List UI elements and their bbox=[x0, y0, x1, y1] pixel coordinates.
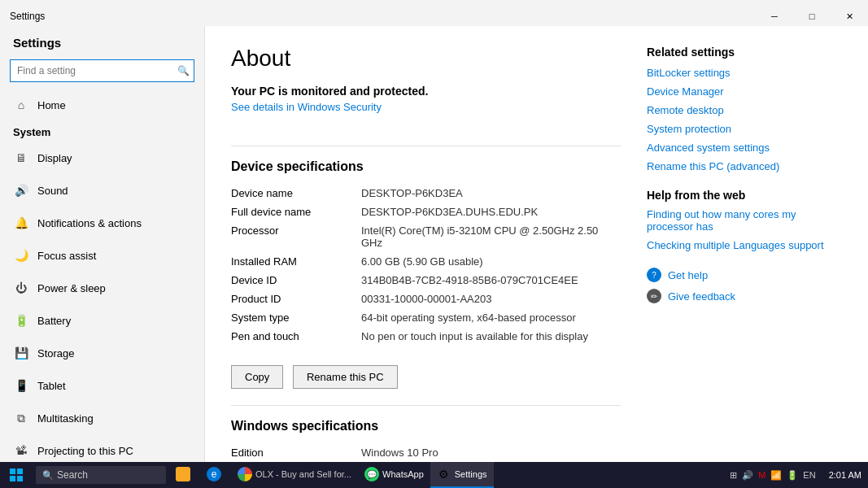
spec-value: Windows 10 Pro bbox=[361, 443, 621, 462]
home-icon: ⌂ bbox=[13, 97, 29, 113]
sidebar-item-label: Notifications & actions bbox=[37, 217, 142, 229]
spec-label: Product ID bbox=[231, 290, 361, 308]
spec-label: Device name bbox=[231, 184, 361, 203]
content-main: About Your PC is monitored and protected… bbox=[231, 46, 621, 442]
sound-icon: 🔊 bbox=[13, 182, 29, 198]
sidebar-item-display[interactable]: 🖥 Display bbox=[0, 142, 204, 174]
spec-label: Pen and touch bbox=[231, 327, 361, 346]
rename-pc-button[interactable]: Rename this PC bbox=[293, 365, 398, 389]
sidebar-item-tablet[interactable]: 📱 Tablet bbox=[0, 369, 204, 402]
sidebar-item-multitasking[interactable]: ⧉ Multitasking bbox=[0, 402, 204, 434]
feedback-section: ? Get help ✏ Give feedback bbox=[647, 268, 842, 303]
tray-network-icon[interactable]: 📶 bbox=[770, 470, 782, 481]
related-settings-link[interactable]: Device Manager bbox=[647, 85, 842, 98]
explorer-icon bbox=[176, 467, 190, 481]
spec-value: 314B0B4B-7CB2-4918-85B6-079C701CE4EE bbox=[361, 271, 621, 290]
tray-mcafee-icon[interactable]: M bbox=[758, 470, 765, 480]
taskbar-app-label: Settings bbox=[455, 469, 487, 479]
chrome-icon bbox=[238, 467, 252, 481]
table-row: ProcessorIntel(R) Core(TM) i5-3210M CPU … bbox=[231, 221, 621, 252]
taskbar-tray: ⊞ 🔊 M 📶 🔋 EN bbox=[723, 470, 822, 481]
sidebar-item-label: Home bbox=[37, 99, 66, 111]
sidebar-item-label: Tablet bbox=[37, 380, 66, 392]
related-settings-link[interactable]: Advanced system settings bbox=[647, 142, 842, 154]
spec-value: DESKTOP-P6KD3EA.DUHS.EDU.PK bbox=[361, 203, 621, 221]
taskbar-app-label: OLX - Buy and Sell for... bbox=[255, 469, 351, 479]
sidebar-item-notifications[interactable]: 🔔 Notifications & actions bbox=[0, 207, 204, 239]
app-body: Settings 🔍 ⌂ Home System 🖥 Display 🔊 Sou… bbox=[0, 26, 868, 462]
table-row: System type64-bit operating system, x64-… bbox=[231, 308, 621, 327]
edge-icon: e bbox=[207, 467, 221, 481]
whatsapp-icon: 💬 bbox=[364, 467, 379, 481]
sidebar: Settings 🔍 ⌂ Home System 🖥 Display 🔊 Sou… bbox=[0, 26, 205, 462]
multitasking-icon: ⧉ bbox=[13, 410, 29, 426]
taskbar-search-icon: 🔍 bbox=[42, 470, 54, 481]
help-title: Help from the web bbox=[647, 189, 842, 202]
taskbar-app-edge[interactable]: e bbox=[200, 462, 231, 488]
tray-lang-icon[interactable]: EN bbox=[803, 470, 815, 480]
related-settings-link[interactable]: Remote desktop bbox=[647, 104, 842, 116]
copy-button[interactable]: Copy bbox=[231, 365, 283, 389]
give-feedback-item[interactable]: ✏ Give feedback bbox=[647, 289, 842, 303]
sidebar-section-system: System bbox=[0, 121, 204, 142]
related-settings-link[interactable]: System protection bbox=[647, 123, 842, 135]
projecting-icon: 📽 bbox=[13, 442, 29, 459]
tablet-icon: 📱 bbox=[13, 377, 29, 394]
windows-logo bbox=[10, 468, 23, 481]
spec-value: 00331-10000-00001-AA203 bbox=[361, 290, 621, 308]
sidebar-search-container: 🔍 bbox=[10, 59, 194, 82]
table-row: EditionWindows 10 Pro bbox=[231, 443, 621, 462]
give-feedback-link[interactable]: Give feedback bbox=[668, 290, 735, 303]
table-row: Device nameDESKTOP-P6KD3EA bbox=[231, 184, 621, 203]
table-row: Full device nameDESKTOP-P6KD3EA.DUHS.EDU… bbox=[231, 203, 621, 221]
taskbar-time[interactable]: 2:01 AM bbox=[822, 470, 868, 480]
pc-status-text: Your PC is monitored and protected. bbox=[231, 85, 621, 98]
start-button[interactable] bbox=[0, 462, 33, 488]
windows-security-link[interactable]: See details in Windows Security bbox=[231, 101, 382, 113]
tray-battery-icon[interactable]: 🔋 bbox=[787, 470, 798, 481]
titlebar: Settings ─ □ ✕ bbox=[0, 0, 868, 26]
table-row: Device ID314B0B4B-7CB2-4918-85B6-079C701… bbox=[231, 271, 621, 290]
taskbar-app-label: WhatsApp bbox=[382, 469, 424, 479]
spec-value: Intel(R) Core(TM) i5-3210M CPU @ 2.50GHz… bbox=[361, 221, 621, 252]
related-settings-link[interactable]: Rename this PC (advanced) bbox=[647, 160, 842, 172]
display-icon: 🖥 bbox=[13, 150, 29, 166]
search-icon: 🔍 bbox=[177, 65, 190, 76]
main-content: About Your PC is monitored and protected… bbox=[205, 26, 868, 462]
sidebar-item-label: Projecting to this PC bbox=[37, 445, 133, 457]
spec-value: 64-bit operating system, x64-based proce… bbox=[361, 308, 621, 327]
sidebar-item-focus[interactable]: 🌙 Focus assist bbox=[0, 239, 204, 272]
related-settings-link[interactable]: BitLocker settings bbox=[647, 67, 842, 79]
spec-label: Device ID bbox=[231, 271, 361, 290]
help-link[interactable]: Checking multiple Languages support bbox=[647, 239, 842, 251]
help-link[interactable]: Finding out how many cores my processor … bbox=[647, 208, 842, 233]
sidebar-item-projecting[interactable]: 📽 Projecting to this PC bbox=[0, 434, 204, 462]
sidebar-item-storage[interactable]: 💾 Storage bbox=[0, 337, 204, 369]
table-row: Product ID00331-10000-00001-AA203 bbox=[231, 290, 621, 308]
table-row: Installed RAM6.00 GB (5.90 GB usable) bbox=[231, 252, 621, 271]
sidebar-item-sound[interactable]: 🔊 Sound bbox=[0, 174, 204, 207]
taskbar-apps: e OLX - Buy and Sell for... 💬 WhatsApp ⚙… bbox=[169, 462, 723, 488]
sidebar-item-battery[interactable]: 🔋 Battery bbox=[0, 304, 204, 337]
sidebar-item-home[interactable]: ⌂ Home bbox=[0, 89, 204, 121]
app-title: Settings bbox=[10, 11, 45, 22]
taskbar-app-explorer[interactable] bbox=[169, 462, 200, 488]
tray-apps-icon[interactable]: ⊞ bbox=[730, 470, 737, 481]
storage-icon: 💾 bbox=[13, 345, 29, 361]
sidebar-item-label: Focus assist bbox=[37, 250, 96, 262]
sidebar-item-label: Sound bbox=[37, 185, 68, 197]
get-help-item[interactable]: ? Get help bbox=[647, 268, 842, 282]
get-help-link[interactable]: Get help bbox=[668, 269, 708, 281]
taskbar-app-settings[interactable]: ⚙ Settings bbox=[430, 462, 494, 488]
sidebar-item-label: Storage bbox=[37, 347, 75, 359]
focus-icon: 🌙 bbox=[13, 247, 29, 264]
taskbar-app-chrome[interactable]: OLX - Buy and Sell for... bbox=[231, 462, 358, 488]
battery-icon: 🔋 bbox=[13, 312, 29, 329]
taskbar-search[interactable]: 🔍 Search bbox=[36, 466, 166, 484]
tray-volume-icon[interactable]: 🔊 bbox=[742, 470, 753, 481]
spec-label: System type bbox=[231, 308, 361, 327]
sidebar-item-power[interactable]: ⏻ Power & sleep bbox=[0, 272, 204, 304]
sidebar-item-label: Battery bbox=[37, 315, 71, 327]
taskbar-app-whatsapp[interactable]: 💬 WhatsApp bbox=[358, 462, 430, 488]
search-input[interactable] bbox=[10, 59, 194, 82]
